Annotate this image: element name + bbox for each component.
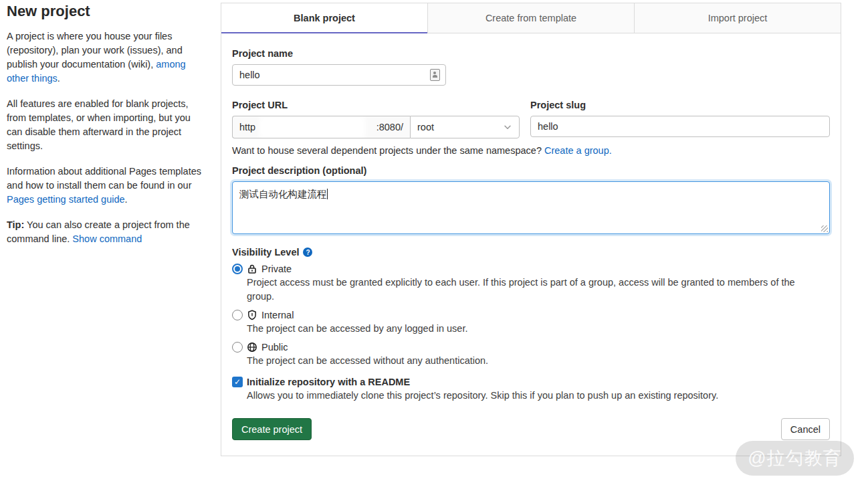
namespace-select[interactable]: root — [410, 116, 520, 138]
public-option-label[interactable]: Public — [261, 342, 288, 353]
internal-option-description: The project can be accessed by any logge… — [247, 322, 815, 336]
tab-import-project[interactable]: Import project — [634, 3, 841, 33]
sidebar-paragraph-2: All features are enabled for blank proje… — [7, 97, 207, 153]
project-description-textarea[interactable]: 测试自动化构建流程 — [232, 181, 830, 234]
project-url-label: Project URL — [232, 100, 520, 110]
project-name-label: Project name — [232, 48, 830, 59]
visibility-option-internal-head: Internal — [232, 310, 830, 320]
readme-checkbox[interactable] — [232, 377, 243, 387]
sidebar-tip: Tip: You can also create a project from … — [7, 218, 207, 246]
tip-label: Tip: — [7, 219, 24, 230]
url-redacted-blur — [262, 118, 362, 138]
visibility-option-public-head: Public — [232, 342, 830, 353]
namespace-selected-value: root — [417, 122, 434, 132]
project-url-prefix: http :8080/ — [232, 116, 410, 138]
namespace-help-question: Want to house several dependent projects… — [232, 145, 544, 156]
readme-option-head: Initialize repository with a README — [232, 377, 830, 387]
autofill-contact-icon[interactable] — [430, 69, 440, 81]
sidebar-paragraph-1-period: . — [58, 73, 60, 84]
tab-blank-project[interactable]: Blank project — [221, 3, 427, 33]
sidebar-paragraph-3: Information about additional Pages templ… — [7, 165, 207, 207]
sidebar-paragraph-3-period: . — [125, 194, 128, 205]
visibility-option-internal: Internal The project can be accessed by … — [232, 310, 830, 336]
private-option-description: Project access must be granted explicitl… — [247, 276, 815, 304]
show-command-link[interactable]: Show command — [72, 233, 142, 244]
visibility-option-private-head: Private — [232, 264, 830, 274]
url-prefix-start: http — [239, 122, 255, 132]
visibility-option-public: Public The project can be accessed witho… — [232, 342, 830, 368]
project-name-field-wrap — [232, 64, 446, 86]
create-project-button[interactable]: Create project — [232, 418, 312, 440]
shield-icon — [247, 310, 257, 320]
private-radio[interactable] — [232, 264, 243, 274]
create-a-group-link[interactable]: Create a group. — [544, 145, 612, 156]
blank-project-form: Project name Project URL http :8080/ roo… — [221, 48, 841, 440]
public-option-description: The project can be accessed without any … — [247, 354, 815, 368]
url-slug-row: Project URL http :8080/ root — [232, 100, 830, 138]
text-caret — [327, 189, 328, 199]
project-slug-column: Project slug — [530, 100, 830, 138]
globe-icon — [247, 342, 257, 353]
internal-option-label[interactable]: Internal — [261, 310, 294, 320]
page-title: New project — [7, 3, 207, 20]
project-description-label: Project description (optional) — [232, 165, 830, 176]
tab-create-from-template[interactable]: Create from template — [427, 3, 634, 33]
project-url-group: http :8080/ root — [232, 116, 520, 138]
new-project-sidebar: New project A project is where you house… — [7, 3, 207, 258]
project-description-value: 测试自动化构建流程 — [239, 189, 327, 199]
textarea-resize-handle[interactable] — [821, 225, 828, 232]
private-option-label[interactable]: Private — [261, 264, 292, 274]
url-prefix-end: :8080/ — [376, 122, 403, 132]
project-slug-input[interactable] — [530, 116, 830, 137]
new-project-panel: Blank project Create from template Impor… — [221, 3, 841, 456]
project-url-column: Project URL http :8080/ root — [232, 100, 520, 138]
lagou-watermark: @拉勾教育 — [736, 441, 854, 476]
project-name-input[interactable] — [232, 64, 446, 86]
namespace-help-text: Want to house several dependent projects… — [232, 145, 830, 156]
public-radio[interactable] — [232, 342, 243, 353]
project-slug-label: Project slug — [530, 100, 830, 110]
chevron-down-icon — [503, 122, 512, 132]
visibility-level-label: Visibility Level — [232, 247, 299, 258]
readme-option: Initialize repository with a README Allo… — [232, 377, 830, 403]
pages-guide-link[interactable]: Pages getting started guide — [7, 194, 125, 205]
sidebar-paragraph-3-text: Information about additional Pages templ… — [7, 166, 201, 191]
readme-label[interactable]: Initialize repository with a README — [247, 377, 410, 387]
visibility-level-row: Visibility Level — [232, 247, 830, 258]
cancel-button[interactable]: Cancel — [781, 418, 830, 440]
sidebar-paragraph-1: A project is where you house your files … — [7, 29, 207, 86]
help-question-icon[interactable] — [303, 248, 312, 257]
form-actions: Create project Cancel — [232, 418, 830, 440]
visibility-option-private: Private Project access must be granted e… — [232, 264, 830, 304]
project-type-tabs: Blank project Create from template Impor… — [221, 3, 841, 33]
internal-radio[interactable] — [232, 310, 243, 320]
readme-description: Allows you to immediately clone this pro… — [247, 389, 815, 403]
lock-icon — [247, 264, 257, 274]
